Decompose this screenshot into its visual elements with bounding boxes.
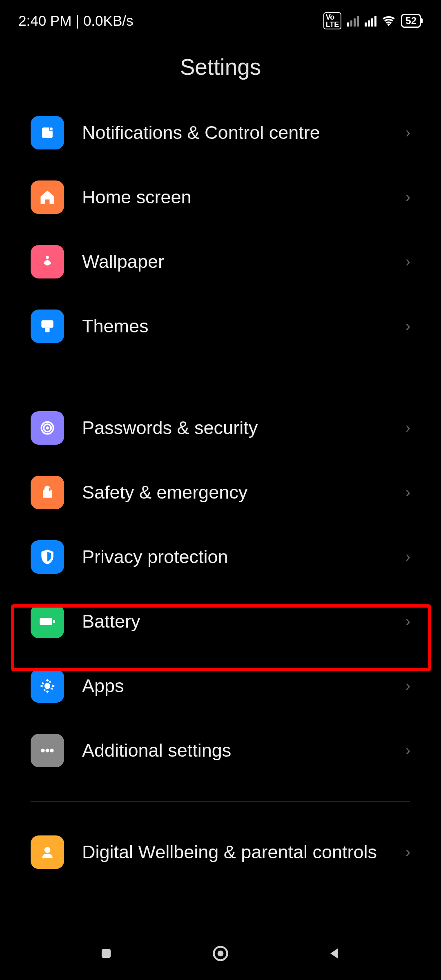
- svg-point-13: [45, 748, 49, 752]
- notifications-icon: [31, 116, 64, 149]
- chevron-right-icon: ›: [405, 844, 410, 861]
- safety-icon: [31, 476, 64, 509]
- settings-item-safety[interactable]: Safety & emergency ›: [31, 460, 410, 525]
- status-bar: 2:40 PM | 0.0KB/s VoLTE 52: [0, 0, 441, 38]
- divider: [31, 377, 410, 377]
- home-icon: [31, 180, 64, 214]
- svg-rect-8: [49, 488, 51, 491]
- settings-item-passwords[interactable]: Passwords & security ›: [31, 396, 410, 460]
- svg-rect-9: [40, 618, 52, 625]
- chevron-right-icon: ›: [405, 613, 410, 630]
- item-label: Notifications & Control centre: [82, 122, 405, 144]
- settings-item-homescreen[interactable]: Home screen ›: [31, 165, 410, 229]
- settings-item-apps[interactable]: Apps ›: [31, 654, 410, 718]
- apps-gear-icon: [31, 669, 64, 703]
- wallpaper-icon: [31, 245, 64, 278]
- settings-item-themes[interactable]: Themes ›: [31, 294, 410, 359]
- svg-point-2: [50, 127, 53, 130]
- chevron-right-icon: ›: [405, 189, 410, 206]
- wellbeing-icon: [31, 835, 64, 869]
- chevron-right-icon: ›: [405, 419, 410, 437]
- settings-item-wallpaper[interactable]: Wallpaper ›: [31, 229, 410, 294]
- svg-rect-10: [53, 620, 55, 623]
- chevron-right-icon: ›: [405, 484, 410, 501]
- wifi-icon: [382, 16, 395, 26]
- item-label: Battery: [82, 610, 405, 633]
- settings-item-wellbeing[interactable]: Digital Wellbeing & parental controls ›: [31, 820, 410, 884]
- battery-icon: 52: [401, 14, 423, 28]
- nav-back-button[interactable]: [325, 943, 345, 964]
- themes-icon: [31, 310, 64, 343]
- status-left: 2:40 PM | 0.0KB/s: [18, 13, 133, 29]
- item-label: Privacy protection: [82, 546, 405, 568]
- page-title: Settings: [0, 38, 441, 100]
- svg-rect-4: [45, 328, 50, 332]
- status-time: 2:40 PM: [18, 13, 71, 29]
- shield-icon: [31, 540, 64, 574]
- signal-sim1-icon: [347, 15, 359, 27]
- item-label: Home screen: [82, 186, 405, 208]
- nav-recents-button[interactable]: [96, 943, 116, 964]
- svg-point-18: [218, 951, 224, 957]
- fingerprint-icon: [31, 411, 64, 445]
- settings-item-battery[interactable]: Battery ›: [31, 589, 410, 654]
- chevron-right-icon: ›: [405, 124, 410, 141]
- nav-home-button[interactable]: [210, 943, 231, 964]
- settings-item-additional[interactable]: Additional settings ›: [31, 718, 410, 783]
- svg-rect-3: [41, 320, 53, 327]
- svg-point-12: [41, 748, 45, 752]
- battery-icon: [31, 605, 64, 638]
- chevron-right-icon: ›: [405, 318, 410, 335]
- item-label: Safety & emergency: [82, 481, 405, 503]
- chevron-right-icon: ›: [405, 677, 410, 695]
- volte-icon: VoLTE: [323, 12, 342, 29]
- divider: [31, 801, 410, 802]
- settings-list: Notifications & Control centre › Home sc…: [0, 100, 441, 884]
- navigation-bar: [0, 927, 441, 980]
- status-separator: |: [71, 13, 83, 29]
- chevron-right-icon: ›: [405, 548, 410, 566]
- svg-point-14: [50, 748, 53, 752]
- item-label: Themes: [82, 315, 405, 337]
- settings-item-privacy[interactable]: Privacy protection ›: [31, 525, 410, 589]
- status-data-rate: 0.0KB/s: [83, 13, 134, 29]
- svg-rect-16: [102, 949, 111, 958]
- signal-sim2-icon: [365, 15, 376, 27]
- chevron-right-icon: ›: [405, 253, 410, 270]
- item-label: Passwords & security: [82, 417, 405, 439]
- svg-point-15: [45, 847, 51, 853]
- battery-percent: 52: [401, 14, 421, 28]
- settings-item-notifications[interactable]: Notifications & Control centre ›: [31, 100, 410, 165]
- status-right: VoLTE 52: [323, 12, 423, 29]
- more-dots-icon: [31, 734, 64, 767]
- svg-point-7: [46, 426, 49, 429]
- item-label: Apps: [82, 675, 405, 697]
- chevron-right-icon: ›: [405, 742, 410, 759]
- item-label: Wallpaper: [82, 251, 405, 273]
- svg-point-11: [45, 683, 51, 689]
- item-label: Additional settings: [82, 739, 405, 762]
- item-label: Digital Wellbeing & parental controls: [82, 841, 405, 863]
